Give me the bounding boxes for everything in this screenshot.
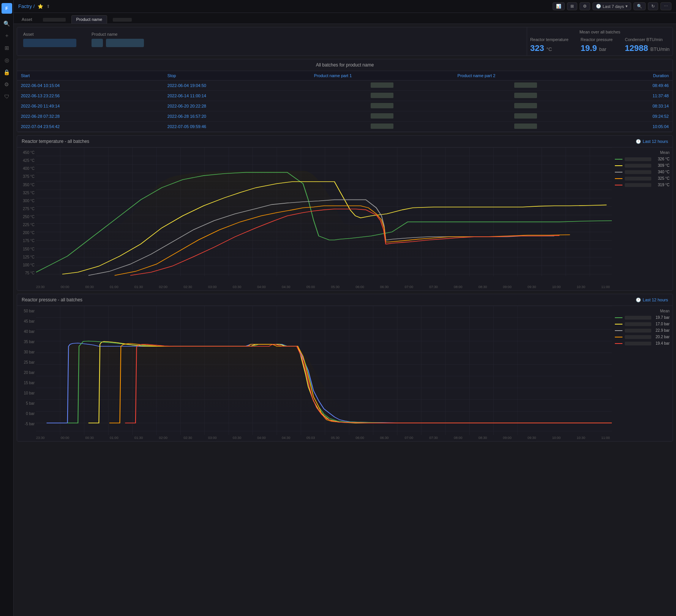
y-axis-label: 25 bar	[19, 360, 35, 364]
col-part2[interactable]: Product name part 2	[454, 71, 597, 81]
batch-part1-4	[310, 122, 454, 132]
tabs-bar: Asset Product name	[14, 13, 676, 24]
time-range-button[interactable]: 🕐 Last 7 days ▾	[592, 2, 631, 10]
pressure-time-badge[interactable]: 🕐 Last 12 hours	[636, 298, 668, 302]
shield-icon[interactable]: 🛡	[2, 91, 12, 102]
y-axis-label: 100 °C	[19, 263, 35, 267]
y-axis-label: 40 bar	[19, 329, 35, 334]
topbar-right: 📊 ⊞ ⚙ 🕐 Last 7 days ▾ 🔍 ↻ ⋯	[553, 2, 671, 10]
x-axis-label: 08:30	[479, 436, 487, 440]
zoom-button[interactable]: 🔍	[633, 2, 646, 10]
pressure-legend-item-0: 19.7 bar	[615, 315, 670, 320]
table-row[interactable]: 2022-06-04 10:15:04 2022-06-04 19:04:50 …	[17, 81, 673, 91]
x-axis-label: 08:00	[454, 436, 463, 440]
pressure-legend-color-3	[615, 337, 622, 337]
batch-part1-0	[310, 81, 454, 91]
x-axis-label: 03:00	[208, 436, 217, 440]
add-icon[interactable]: ＋	[2, 30, 12, 41]
temp-y-axis: 450 °C425 °C400 °C375 °C350 °C325 °C300 …	[17, 147, 36, 284]
settings-icon[interactable]: ⚙	[2, 79, 12, 90]
grid-icon[interactable]: ⊞	[2, 43, 12, 53]
settings-button[interactable]: ⚙	[580, 2, 590, 10]
x-axis-label: 00:30	[85, 285, 94, 289]
batch-duration-2: 08:33:14	[597, 101, 673, 111]
table-row[interactable]: 2022-06-20 11:49:14 2022-06-20 20:22:28 …	[17, 101, 673, 111]
temp-legend-color-1	[615, 165, 622, 166]
temp-time-badge[interactable]: 🕐 Last 12 hours	[636, 139, 668, 144]
tab-batch[interactable]	[38, 15, 71, 24]
x-axis-label: 08:30	[479, 285, 487, 289]
temp-chart-body: 450 °C425 °C400 °C375 °C350 °C325 °C300 …	[17, 147, 673, 284]
x-axis-label: 00:30	[85, 436, 94, 440]
refresh-button[interactable]: ↻	[648, 2, 658, 10]
pressure-legend-item-4: 19.4 bar	[615, 341, 670, 345]
tab-product-name[interactable]: Product name	[71, 15, 107, 24]
y-axis-label: 125 °C	[19, 255, 35, 259]
x-axis-label: 02:00	[159, 436, 168, 440]
batch-duration-3: 09:24:52	[597, 111, 673, 122]
x-axis-label: 23:30	[36, 436, 45, 440]
temp-chart-card: Reactor temperature - all batches 🕐 Last…	[17, 135, 673, 291]
clock-icon: 🕐	[596, 4, 601, 9]
y-axis-label: 375 °C	[19, 174, 35, 179]
col-stop[interactable]: Stop	[164, 71, 310, 81]
batches-data-table: Start Stop Product name part 1 Product n…	[17, 71, 673, 132]
batch-part1-1	[310, 91, 454, 101]
expand-button[interactable]: ⋯	[660, 2, 671, 10]
tab-custom[interactable]	[108, 15, 137, 24]
temp-x-axis: 23:3000:0000:3001:0001:3002:0002:3003:00…	[17, 284, 673, 290]
pressure-legend-color-1	[615, 324, 622, 325]
y-axis-label: 225 °C	[19, 223, 35, 227]
x-axis-label: 10:00	[552, 285, 561, 289]
x-axis-label: 06:00	[355, 285, 364, 289]
table-row[interactable]: 2022-06-13 23:22:56 2022-06-14 11:00:14 …	[17, 91, 673, 101]
y-axis-label: 350 °C	[19, 183, 35, 187]
temp-legend-item-1: 309 °C	[615, 163, 670, 168]
batch-part2-1	[454, 91, 597, 101]
y-axis-label: 35 bar	[19, 340, 35, 344]
search-icon[interactable]: 🔍	[2, 18, 12, 29]
x-axis-label: 06:30	[380, 436, 389, 440]
col-duration[interactable]: Duration	[597, 71, 673, 81]
pressure-legend-value-1: 17.0 bar	[655, 322, 670, 326]
info-card: Asset Product name Mean over all batches…	[17, 27, 673, 56]
col-start[interactable]: Start	[17, 71, 164, 81]
pressure-legend-mean-header: Mean	[615, 309, 670, 313]
col-part1[interactable]: Product name part 1	[310, 71, 454, 81]
table-view-button[interactable]: ⊞	[567, 2, 577, 10]
temp-chart-title: Reactor temperature - all batches	[22, 139, 89, 144]
page-content: Asset Product name Mean over all batches…	[14, 24, 676, 445]
target-icon[interactable]: ◎	[2, 55, 12, 65]
y-axis-label: 400 °C	[19, 166, 35, 171]
table-row[interactable]: 2022-07-04 23:54:42 2022-07-05 09:59:46 …	[17, 122, 673, 132]
batch-stop-1: 2022-06-14 11:00:14	[164, 91, 310, 101]
x-axis-label: 04:30	[282, 436, 291, 440]
batch-part2-3	[454, 111, 597, 122]
temp-chart-header: Reactor temperature - all batches 🕐 Last…	[17, 136, 673, 147]
temp-legend-item-4: 319 °C	[615, 183, 670, 187]
pressure-legend-item-3: 20.2 bar	[615, 335, 670, 339]
tab-asset[interactable]: Asset	[17, 15, 37, 24]
batch-duration-0: 08:49:46	[597, 81, 673, 91]
x-axis-label: 07:30	[429, 436, 438, 440]
x-axis-label: 05:30	[331, 285, 340, 289]
y-axis-label: 0 bar	[19, 412, 35, 416]
mean-section: Mean over all batches Reactor temperatur…	[527, 27, 673, 55]
pressure-legend-color-0	[615, 317, 622, 318]
chart-view-button[interactable]: 📊	[553, 2, 565, 10]
x-axis-label: 05:30	[331, 436, 340, 440]
x-axis-label: 06:30	[380, 285, 389, 289]
x-axis-label: 06:00	[355, 436, 364, 440]
x-axis-label: 11:00	[601, 436, 610, 440]
topbar-left: Factry / ⭐ ⬆	[18, 3, 50, 9]
share-icon[interactable]: ⬆	[46, 4, 50, 9]
temp-chart-area	[36, 147, 612, 284]
temp-legend-value-4: 319 °C	[658, 183, 670, 187]
table-row[interactable]: 2022-06-28 07:32:28 2022-06-28 16:57:20 …	[17, 111, 673, 122]
batch-start-0: 2022-06-04 10:15:04	[17, 81, 164, 91]
pressure-legend-item-1: 17.0 bar	[615, 322, 670, 326]
reactor-pressure-metric: Reactor pressure 19.9 bar	[581, 37, 613, 53]
lock-icon[interactable]: 🔒	[2, 67, 12, 78]
x-axis-label: 09:30	[528, 436, 536, 440]
y-axis-label: 20 bar	[19, 371, 35, 375]
